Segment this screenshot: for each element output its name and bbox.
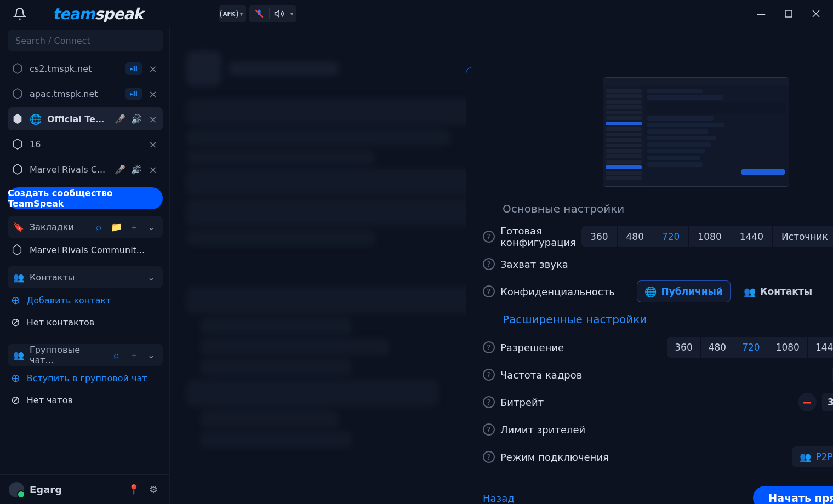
help-icon[interactable]: ? [483, 341, 495, 353]
help-icon[interactable]: ? [483, 423, 495, 436]
server-icon [11, 62, 24, 75]
server-item[interactable]: apac.tmspk.net ▸II × [8, 82, 163, 105]
svg-rect-1 [785, 10, 792, 17]
user-avatar[interactable] [9, 482, 24, 497]
privacy-selector[interactable]: 🌐Публичный 👥Контакты 🔒Закрытая [637, 280, 833, 302]
help-icon[interactable]: ? [483, 451, 495, 463]
afk-toggle[interactable]: AFK▾ [219, 5, 246, 22]
no-chats-label: ⊘ Нет чатов [8, 390, 163, 410]
bitrate-row: ? Битрейт − 3000 Kbps + [483, 388, 833, 416]
close-icon[interactable]: × [147, 63, 158, 75]
location-icon[interactable]: 📍 [127, 484, 141, 495]
close-icon[interactable]: × [147, 139, 158, 150]
bookmark-item[interactable]: Marvel Rivals Communit... [8, 240, 163, 260]
play-pause-icon[interactable]: ▸II [125, 62, 142, 75]
notifications-icon[interactable] [13, 7, 26, 20]
decrease-button[interactable]: − [798, 393, 817, 411]
server-item[interactable]: cs2.tmspk.net ▸II × [8, 57, 163, 80]
viewers-row: ? Лимит зрителей − 0 + [483, 416, 833, 443]
add-icon[interactable]: ＋ [128, 221, 140, 233]
privacy-row: ? Конфиденциальность 🌐Публичный 👥Контакт… [483, 278, 833, 305]
search-input[interactable]: Search / Connect [8, 30, 163, 51]
mic-muted-icon: 🎤̸ [115, 164, 125, 175]
settings-icon[interactable]: ⚙ [146, 484, 161, 495]
close-icon[interactable]: × [147, 164, 158, 175]
chevron-down-icon[interactable]: ⌄ [145, 350, 157, 360]
window-minimize[interactable]: — [749, 3, 774, 25]
group-icon: 👥 [13, 350, 24, 360]
help-icon[interactable]: ? [483, 231, 495, 243]
server-item[interactable]: 🌐 Official Tea... 🎤̸ 🔊 × [8, 107, 163, 130]
window-maximize[interactable] [776, 3, 801, 25]
speaker-icon: 🔊 [131, 164, 142, 175]
help-icon[interactable]: ? [483, 285, 495, 297]
stream-settings-modal: Основные настройки ? Готовая конфигураци… [466, 67, 833, 504]
close-icon[interactable]: × [147, 88, 158, 100]
titlebar: teamspeak AFK▾ ▾ — [0, 0, 833, 27]
stream-preview [603, 77, 789, 187]
chevron-down-icon[interactable]: ⌄ [145, 221, 157, 232]
create-community-button[interactable]: Создать сообщество TeamSpeak [8, 187, 163, 209]
audio-capture-row: ? Захват звука [483, 250, 833, 278]
add-contact-button[interactable]: ⊕ Добавить контакт [8, 290, 163, 310]
search-icon[interactable]: ⌕ [110, 350, 122, 360]
connection-mode-row: ? Режим подключения 👥P2P ⬢Сервер [483, 443, 833, 471]
chevron-down-icon[interactable]: ⌄ [145, 272, 157, 283]
server-icon [11, 138, 24, 150]
join-groupchat-button[interactable]: ⊕ Вступить в групповой чат [8, 368, 163, 388]
bitrate-value[interactable]: 3000 [822, 393, 833, 411]
mic-muted-icon: 🎤̸ [115, 114, 125, 124]
server-icon [11, 113, 24, 125]
help-icon[interactable]: ? [483, 258, 495, 270]
globe-icon: 🌐 [30, 113, 42, 125]
mic-speaker-control[interactable]: ▾ [249, 5, 296, 22]
start-stream-button[interactable]: Начать прямой эфир [753, 486, 833, 504]
no-contacts-label: ⊘ Нет контактов [8, 312, 163, 332]
server-icon [11, 88, 24, 100]
app-logo: teamspeak [36, 5, 143, 23]
main-settings-header: Основные настройки [483, 197, 833, 223]
server-item[interactable]: Marvel Rivals C... 🎤̸ 🔊 × [8, 158, 163, 181]
window-close[interactable] [803, 3, 829, 25]
help-icon[interactable]: ? [483, 396, 495, 408]
preset-selector[interactable]: 360 480 720 1080 1440 Источник Презентац… [581, 226, 833, 247]
sidebar: Search / Connect cs2.tmspk.net ▸II × apa… [0, 27, 170, 504]
preset-row: ? Готовая конфигурация 360 480 720 1080 … [483, 223, 833, 250]
play-pause-icon[interactable]: ▸II [125, 88, 142, 100]
contacts-section[interactable]: 👥 Контакты ⌄ [8, 266, 163, 288]
resolution-selector[interactable]: 360 480 720 1080 1440 Источник [667, 337, 833, 358]
speaker-icon: 🔊 [131, 114, 142, 124]
groupchats-section[interactable]: 👥 Групповые чат... ⌕ ＋ ⌄ [8, 344, 163, 366]
connection-mode-selector[interactable]: 👥P2P ⬢Сервер [792, 446, 833, 467]
slash-circle-icon: ⊘ [11, 316, 20, 329]
fps-row: ? Частота кадров 5 30 60 [483, 361, 833, 388]
search-icon[interactable]: ⌕ [93, 221, 105, 232]
server-icon [11, 163, 24, 175]
user-panel: Egarg 📍 ⚙ [0, 474, 169, 504]
mic-muted-icon[interactable] [249, 5, 269, 22]
add-circle-icon: ⊕ [11, 371, 20, 385]
bookmark-icon: 🔖 [13, 222, 24, 232]
slash-circle-icon: ⊘ [11, 393, 20, 406]
contacts-icon: 👥 [744, 286, 756, 297]
speaker-icon[interactable] [270, 5, 289, 22]
p2p-icon: 👥 [800, 451, 811, 462]
add-icon[interactable]: ＋ [128, 349, 140, 362]
folder-icon[interactable]: 📁 [110, 221, 122, 232]
resolution-row: ? Разрешение 360 480 720 1080 1440 Источ… [483, 334, 833, 361]
globe-icon: 🌐 [644, 286, 657, 297]
close-icon[interactable]: × [147, 113, 158, 125]
content-area: Основные настройки ? Готовая конфигураци… [170, 27, 833, 504]
help-icon[interactable]: ? [483, 369, 495, 381]
server-icon [11, 244, 23, 256]
advanced-settings-toggle[interactable]: Расширенные настройки ⌄ [483, 305, 833, 334]
server-item[interactable]: 16 × [8, 133, 163, 156]
add-circle-icon: ⊕ [11, 294, 20, 307]
contacts-icon: 👥 [13, 272, 24, 283]
bookmarks-section[interactable]: 🔖 Закладки ⌕ 📁 ＋ ⌄ [8, 216, 163, 238]
back-button[interactable]: Назад [483, 492, 515, 504]
username-label: Egarg [30, 484, 121, 495]
